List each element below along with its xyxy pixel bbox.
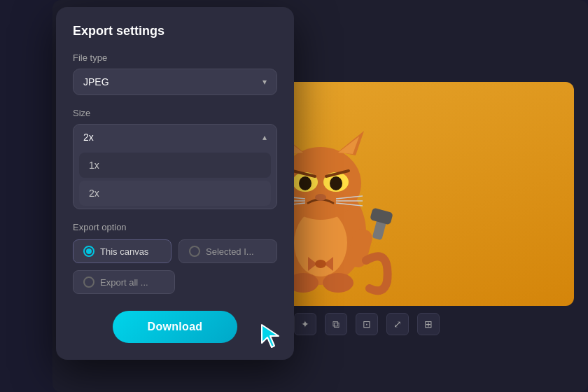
this-canvas-label: This canvas [100, 246, 148, 257]
export-option-group: This canvas Selected I... [73, 239, 277, 263]
expand-icon[interactable]: ⤢ [386, 313, 409, 335]
option-this-canvas[interactable]: This canvas [73, 239, 172, 263]
crop-icon[interactable]: ⊡ [356, 313, 378, 335]
option-export-all[interactable]: Export all ... [73, 270, 175, 294]
chevron-down-icon: ▾ [262, 77, 267, 87]
svg-point-6 [315, 260, 326, 268]
file-type-label: File type [73, 52, 277, 63]
svg-point-18 [315, 194, 326, 201]
modal-title: Export settings [73, 24, 277, 38]
cursor-icon [259, 323, 284, 349]
download-area: Download [73, 311, 277, 343]
export-option-label: Export option [73, 222, 277, 232]
svg-point-32 [323, 273, 354, 293]
radio-export-all-icon [83, 276, 94, 288]
size-option-1x[interactable]: 1x [79, 153, 271, 178]
svg-point-15 [330, 176, 342, 190]
file-type-value: JPEG [83, 76, 109, 88]
size-selected-row[interactable]: 2x ▴ [74, 125, 276, 150]
grid-icon[interactable]: ⊞ [417, 313, 440, 335]
download-button[interactable]: Download [113, 311, 238, 343]
export-all-label: Export all ... [100, 277, 148, 288]
chevron-up-icon: ▴ [262, 132, 267, 142]
size-value: 2x [83, 132, 94, 143]
selected-label: Selected I... [206, 246, 254, 257]
svg-rect-30 [370, 207, 393, 225]
radio-this-canvas-icon [83, 246, 94, 257]
radio-selected-icon [189, 246, 200, 257]
size-dropdown[interactable]: 2x ▴ 1x 2x [73, 124, 277, 209]
option-selected[interactable]: Selected I... [178, 239, 277, 263]
enhance-icon[interactable]: ✦ [294, 313, 316, 335]
size-label: Size [73, 108, 277, 118]
file-type-select[interactable]: JPEG ▾ [73, 69, 277, 95]
svg-marker-33 [262, 325, 279, 347]
layers-icon[interactable]: ⧉ [325, 313, 347, 335]
export-modal: Export settings File type JPEG ▾ Size 2x… [56, 7, 294, 360]
size-option-2x[interactable]: 2x [79, 181, 271, 206]
svg-point-14 [299, 176, 312, 190]
